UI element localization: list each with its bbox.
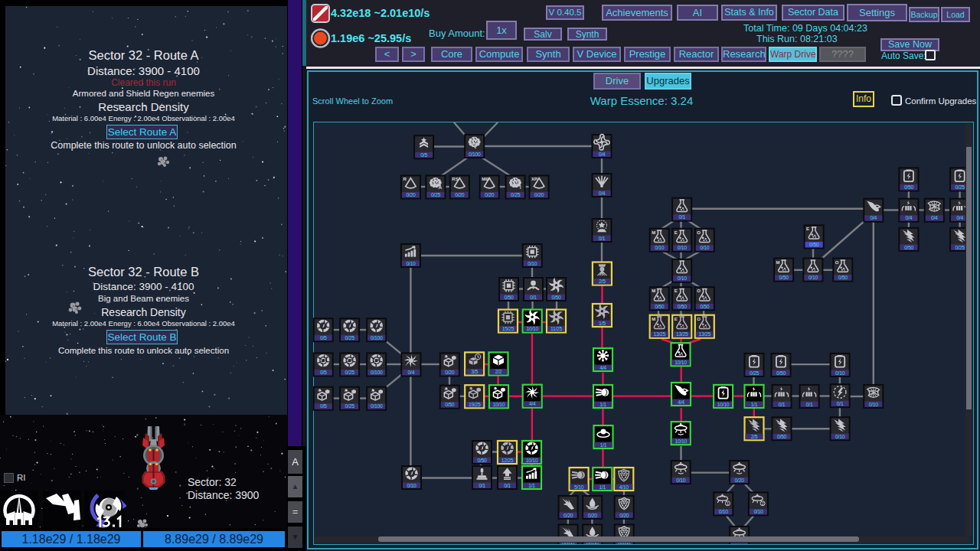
svg-text:RS: RS xyxy=(452,177,458,181)
svg-text:I: I xyxy=(520,184,521,190)
svg-text:10/10: 10/10 xyxy=(717,402,730,407)
svg-text:E: E xyxy=(675,289,678,293)
svg-text:0/20: 0/20 xyxy=(534,192,544,197)
svg-text:0/100: 0/100 xyxy=(371,404,383,409)
svg-text:0/20: 0/20 xyxy=(735,478,745,483)
svg-text:4/4: 4/4 xyxy=(529,402,536,407)
svg-text:0/4: 0/4 xyxy=(408,370,415,375)
svg-text:0/10: 0/10 xyxy=(407,483,416,488)
svg-text:0/10: 0/10 xyxy=(808,275,818,280)
svg-text:0/20: 0/20 xyxy=(588,513,598,518)
svg-text:11/25: 11/25 xyxy=(550,326,563,331)
svg-text:0/10: 0/10 xyxy=(869,402,879,407)
svg-text:19/25: 19/25 xyxy=(469,402,481,407)
svg-text:15/25: 15/25 xyxy=(502,326,514,331)
svg-text:1/5: 1/5 xyxy=(599,321,606,326)
svg-text:4/4: 4/4 xyxy=(599,365,606,370)
svg-text:0/10: 0/10 xyxy=(655,246,665,251)
svg-text:O: O xyxy=(697,289,701,293)
svg-text:0/25: 0/25 xyxy=(431,192,441,197)
svg-text:0/50: 0/50 xyxy=(445,402,455,407)
svg-text:0/4: 0/4 xyxy=(931,216,938,221)
svg-text:2/2: 2/2 xyxy=(495,369,502,374)
svg-text:0/50: 0/50 xyxy=(700,304,710,309)
svg-text:0/10: 0/10 xyxy=(835,434,845,439)
svg-text:0/1: 0/1 xyxy=(837,401,844,406)
svg-text:0/4: 0/4 xyxy=(871,216,877,221)
svg-text:0/10: 0/10 xyxy=(719,509,729,514)
svg-text:0/10: 0/10 xyxy=(528,261,537,266)
svg-text:13/25: 13/25 xyxy=(699,332,711,337)
svg-text:0/1: 0/1 xyxy=(504,483,511,488)
svg-text:2/5: 2/5 xyxy=(599,279,606,284)
svg-text:1/1: 1/1 xyxy=(599,484,606,490)
svg-text:0/20: 0/20 xyxy=(619,513,629,518)
svg-text:0/25: 0/25 xyxy=(345,370,355,375)
svg-text:0/20: 0/20 xyxy=(406,192,416,197)
svg-text:13/25: 13/25 xyxy=(676,332,688,337)
svg-text:E: E xyxy=(806,227,809,231)
svg-text:0/1: 0/1 xyxy=(530,295,537,300)
svg-text:0/25: 0/25 xyxy=(750,370,760,376)
svg-text:0/50: 0/50 xyxy=(678,304,688,309)
svg-text:0/25: 0/25 xyxy=(345,404,355,409)
svg-text:10/10: 10/10 xyxy=(526,326,538,331)
svg-text:M: M xyxy=(652,289,655,293)
svg-text:4/10: 4/10 xyxy=(619,484,629,490)
svg-text:10/10: 10/10 xyxy=(675,360,687,365)
svg-text:0/1: 0/1 xyxy=(806,402,813,407)
svg-text:0/10: 0/10 xyxy=(406,261,416,266)
svg-text:0/50: 0/50 xyxy=(477,458,487,463)
svg-text:E: E xyxy=(675,317,678,321)
svg-text:2/5: 2/5 xyxy=(751,434,758,439)
svg-text:XP: XP xyxy=(531,177,537,181)
svg-text:0/10: 0/10 xyxy=(700,246,710,251)
svg-text:10/10: 10/10 xyxy=(675,439,687,444)
svg-text:0/10: 0/10 xyxy=(753,509,763,514)
svg-text:0/100: 0/100 xyxy=(371,370,383,375)
svg-text:0/4: 0/4 xyxy=(599,191,606,196)
svg-text:10/10: 10/10 xyxy=(526,458,538,463)
svg-text:0/20: 0/20 xyxy=(564,513,573,518)
svg-text:0/5: 0/5 xyxy=(320,370,327,375)
svg-text:R: R xyxy=(403,177,407,181)
svg-text:M: M xyxy=(652,230,655,235)
svg-text:0/4: 0/4 xyxy=(956,216,963,221)
svg-text:A: A xyxy=(439,184,443,190)
svg-text:0/50: 0/50 xyxy=(776,370,786,376)
svg-text:0/1: 0/1 xyxy=(678,215,685,220)
svg-text:0/4: 0/4 xyxy=(599,152,606,157)
svg-text:1/1: 1/1 xyxy=(528,483,535,488)
svg-text:4/4: 4/4 xyxy=(678,399,684,405)
svg-text:0/1: 0/1 xyxy=(479,483,485,488)
svg-text:0/10: 0/10 xyxy=(735,543,745,544)
svg-text:1/1: 1/1 xyxy=(600,442,607,448)
svg-text:E: E xyxy=(675,230,678,235)
svg-text:O: O xyxy=(697,230,701,235)
svg-text:0/25: 0/25 xyxy=(956,245,965,250)
svg-text:0/50: 0/50 xyxy=(904,245,914,250)
svg-text:O: O xyxy=(697,317,701,321)
svg-text:0/10: 0/10 xyxy=(835,370,845,376)
svg-text:0/10: 0/10 xyxy=(678,276,688,282)
svg-text:13/25: 13/25 xyxy=(653,332,665,337)
svg-text:5/10: 5/10 xyxy=(574,484,584,490)
svg-text:12/25: 12/25 xyxy=(501,458,514,463)
svg-text:0/20: 0/20 xyxy=(445,370,455,375)
svg-text:0/50: 0/50 xyxy=(777,434,787,439)
svg-text:3/5: 3/5 xyxy=(471,369,478,374)
svg-text:MB: MB xyxy=(482,177,489,181)
svg-text:0/100: 0/100 xyxy=(469,152,481,157)
svg-text:0/10: 0/10 xyxy=(678,246,688,251)
svg-text:0/5: 0/5 xyxy=(320,335,327,341)
svg-text:0/50: 0/50 xyxy=(838,275,848,280)
svg-text:1/1: 1/1 xyxy=(599,402,606,407)
svg-text:0/4: 0/4 xyxy=(906,216,913,221)
svg-text:0/25: 0/25 xyxy=(956,184,965,190)
svg-text:1/1: 1/1 xyxy=(751,402,758,407)
svg-text:0/50: 0/50 xyxy=(551,295,561,300)
svg-text:10/10: 10/10 xyxy=(493,402,505,407)
svg-text:0/5: 0/5 xyxy=(320,404,327,409)
svg-text:0/100: 0/100 xyxy=(371,335,383,341)
svg-text:0/20: 0/20 xyxy=(485,192,495,197)
